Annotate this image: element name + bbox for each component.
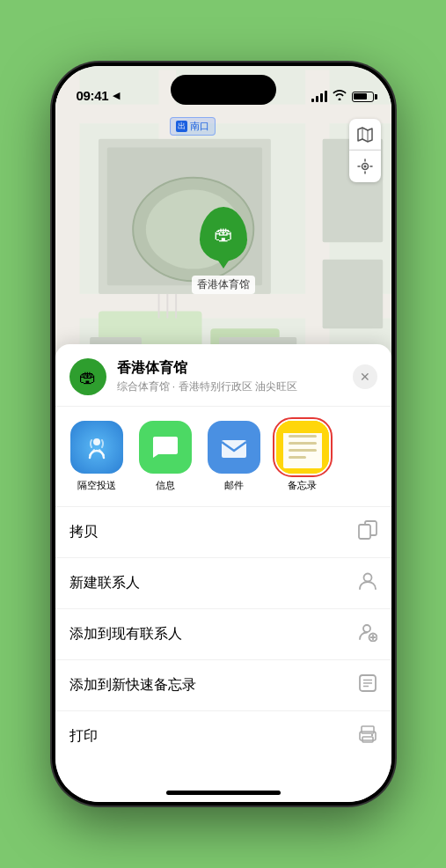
add-existing-label: 添加到现有联系人 xyxy=(69,625,182,644)
menu-item-add-notes[interactable]: 添加到新快速备忘录 xyxy=(55,660,391,711)
share-item-airdrop[interactable]: 隔空投送 xyxy=(62,421,131,492)
print-icon xyxy=(358,725,377,748)
new-contact-label: 新建联系人 xyxy=(69,574,140,592)
signal-bars-icon xyxy=(311,92,327,102)
new-contact-icon xyxy=(358,571,377,595)
svg-rect-24 xyxy=(222,440,246,458)
stadium-icon: 🏟 xyxy=(214,223,233,246)
share-item-notes[interactable]: 备忘录 xyxy=(268,421,337,492)
entrance-label: 出 南口 xyxy=(170,117,216,136)
mail-icon xyxy=(208,421,260,474)
add-notes-icon xyxy=(358,673,377,697)
menu-item-print[interactable]: 打印 xyxy=(55,711,391,761)
menu-item-add-existing[interactable]: 添加到现有联系人 xyxy=(55,609,391,660)
copy-icon xyxy=(358,520,377,544)
location-avatar: 🏟 xyxy=(69,358,106,395)
menu-item-copy[interactable]: 拷贝 xyxy=(55,507,391,558)
messages-icon xyxy=(139,421,192,474)
map-controls[interactable] xyxy=(349,119,381,182)
print-label: 打印 xyxy=(69,727,98,746)
notes-label: 备忘录 xyxy=(288,479,317,492)
share-item-messages[interactable]: 信息 xyxy=(131,421,200,492)
pin-icon: 🏟 xyxy=(200,207,247,261)
dynamic-island xyxy=(171,75,276,105)
airdrop-label: 隔空投送 xyxy=(77,479,116,492)
svg-rect-32 xyxy=(276,428,329,433)
svg-rect-27 xyxy=(289,435,317,438)
svg-point-35 xyxy=(363,574,371,582)
share-actions-row: 隔空投送 信息 xyxy=(55,407,391,507)
share-item-mail[interactable]: 邮件 xyxy=(200,421,268,492)
add-notes-label: 添加到新快速备忘录 xyxy=(69,676,196,695)
add-existing-icon xyxy=(358,622,377,646)
battery-icon xyxy=(352,92,374,102)
svg-rect-30 xyxy=(289,456,306,459)
close-button[interactable]: ✕ xyxy=(353,364,377,389)
phone-frame: 09:41 ◀ xyxy=(52,63,395,805)
svg-rect-13 xyxy=(322,260,383,328)
location-info: 香港体育馆 综合体育馆 · 香港特别行政区 油尖旺区 xyxy=(117,359,342,394)
svg-point-36 xyxy=(363,625,370,632)
airdrop-icon xyxy=(70,421,123,474)
home-indicator xyxy=(166,791,281,795)
mail-label: 邮件 xyxy=(224,479,244,492)
svg-rect-29 xyxy=(289,449,317,452)
status-icons xyxy=(311,90,374,103)
avatar-icon: 🏟 xyxy=(79,367,97,387)
map-type-button[interactable] xyxy=(349,119,381,151)
notes-icon xyxy=(276,421,329,474)
location-arrow-icon: ◀ xyxy=(113,90,120,101)
location-button[interactable] xyxy=(349,151,381,182)
svg-point-22 xyxy=(363,166,366,168)
menu-item-new-contact[interactable]: 新建联系人 xyxy=(55,558,391,609)
svg-rect-28 xyxy=(289,442,317,445)
bottom-sheet: 🏟 香港体育馆 综合体育馆 · 香港特别行政区 油尖旺区 ✕ xyxy=(55,344,391,802)
status-time: 09:41 xyxy=(77,88,109,103)
location-header: 🏟 香港体育馆 综合体育馆 · 香港特别行政区 油尖旺区 ✕ xyxy=(55,344,391,407)
venue-name: 香港体育馆 xyxy=(117,359,342,378)
svg-point-47 xyxy=(370,734,372,736)
pin-label: 香港体育馆 xyxy=(192,276,255,294)
menu-items-list: 拷贝 新建联系人 xyxy=(55,507,391,761)
svg-point-23 xyxy=(93,438,100,445)
wifi-icon xyxy=(333,90,347,103)
location-pin: 🏟 香港体育馆 xyxy=(192,207,255,294)
copy-label: 拷贝 xyxy=(69,523,98,541)
venue-address: 综合体育馆 · 香港特别行政区 油尖旺区 xyxy=(117,379,342,394)
phone-screen: 09:41 ◀ xyxy=(55,66,391,802)
svg-rect-46 xyxy=(362,737,373,742)
svg-rect-34 xyxy=(359,525,370,539)
messages-label: 信息 xyxy=(156,479,175,492)
